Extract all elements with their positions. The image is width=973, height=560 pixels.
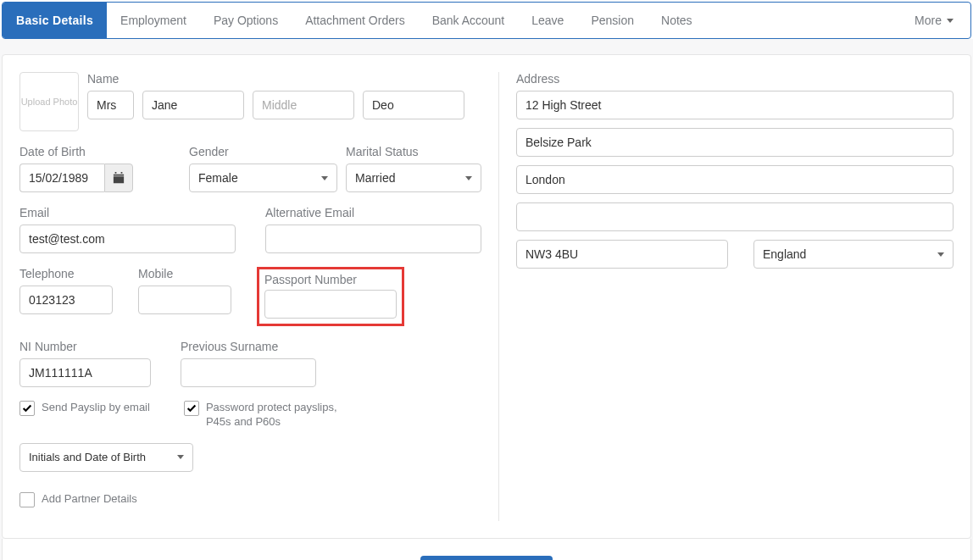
tab-more-label: More xyxy=(915,14,942,27)
passport-input[interactable] xyxy=(264,290,397,319)
tab-notes[interactable]: Notes xyxy=(648,3,706,38)
mobile-input[interactable] xyxy=(138,286,231,314)
dob-label: Date of Birth xyxy=(19,145,181,158)
marital-label: Marital Status xyxy=(346,145,481,158)
gender-label: Gender xyxy=(189,145,337,158)
address-line3-input[interactable] xyxy=(516,165,954,194)
tab-attachment-orders[interactable]: Attachment Orders xyxy=(292,3,419,38)
mobile-label: Mobile xyxy=(138,267,231,280)
email-label: Email xyxy=(19,206,236,219)
tab-more[interactable]: More xyxy=(901,3,970,38)
marital-select[interactable]: Married xyxy=(346,164,481,192)
send-payslip-label: Send Payslip by email xyxy=(42,401,150,415)
ni-input[interactable] xyxy=(19,358,151,387)
tab-bar: Basic Details Employment Pay Options Att… xyxy=(2,2,971,39)
prev-surname-label: Previous Surname xyxy=(181,340,316,353)
upload-photo-button[interactable]: Upload Photo xyxy=(19,72,79,131)
dob-input[interactable] xyxy=(19,164,104,192)
prev-surname-input[interactable] xyxy=(181,358,316,387)
update-employee-button[interactable]: Update Employee xyxy=(420,556,552,560)
alt-email-input[interactable] xyxy=(265,225,481,253)
password-mode-select[interactable]: Initials and Date of Birth xyxy=(19,443,193,472)
name-first-input[interactable] xyxy=(142,91,244,119)
chevron-down-icon xyxy=(177,455,184,459)
gender-select[interactable]: Female xyxy=(189,164,337,192)
chevron-down-icon xyxy=(937,252,944,257)
tab-pay-options[interactable]: Pay Options xyxy=(200,3,292,38)
email-input[interactable] xyxy=(19,225,236,253)
address-postcode-input[interactable] xyxy=(516,240,728,269)
name-last-input[interactable] xyxy=(363,91,464,119)
address-line1-input[interactable] xyxy=(516,91,954,119)
form-footer: Update Employee xyxy=(2,539,971,560)
telephone-input[interactable] xyxy=(19,286,113,314)
password-mode-value: Initials and Date of Birth xyxy=(29,451,146,463)
chevron-down-icon xyxy=(947,19,954,23)
address-country-select[interactable]: England xyxy=(753,240,954,269)
address-country-value: England xyxy=(763,247,806,261)
upload-photo-label: Upload Photo xyxy=(21,97,78,107)
address-line4-input[interactable] xyxy=(516,202,954,231)
tab-leave[interactable]: Leave xyxy=(518,3,577,38)
check-icon xyxy=(186,402,197,414)
name-middle-input[interactable] xyxy=(253,91,354,119)
dob-calendar-button[interactable] xyxy=(104,164,133,192)
password-protect-checkbox[interactable] xyxy=(184,401,199,416)
add-partner-label: Add Partner Details xyxy=(42,492,137,507)
password-protect-label: Password protect payslips, P45s and P60s xyxy=(206,401,345,430)
telephone-label: Telephone xyxy=(19,267,113,280)
check-icon xyxy=(21,402,33,414)
form-panel: Upload Photo Name Date of Birth xyxy=(2,54,971,539)
add-partner-checkbox[interactable] xyxy=(19,492,35,507)
address-line2-input[interactable] xyxy=(516,128,954,157)
chevron-down-icon xyxy=(465,176,472,180)
send-payslip-checkbox[interactable] xyxy=(19,401,35,416)
gender-value: Female xyxy=(198,171,238,185)
passport-label: Passport Number xyxy=(264,273,397,286)
passport-highlight: Passport Number xyxy=(257,267,404,326)
alt-email-label: Alternative Email xyxy=(265,206,481,219)
marital-value: Married xyxy=(355,171,395,185)
name-label: Name xyxy=(87,72,481,86)
chevron-down-icon xyxy=(321,176,328,180)
ni-label: NI Number xyxy=(19,340,151,353)
tab-pension[interactable]: Pension xyxy=(577,3,648,38)
calendar-icon xyxy=(113,172,125,184)
tab-basic-details[interactable]: Basic Details xyxy=(3,3,107,38)
address-label: Address xyxy=(516,72,954,86)
tab-bank-account[interactable]: Bank Account xyxy=(419,3,519,38)
tab-employment[interactable]: Employment xyxy=(107,3,200,38)
name-title-input[interactable] xyxy=(87,91,134,119)
